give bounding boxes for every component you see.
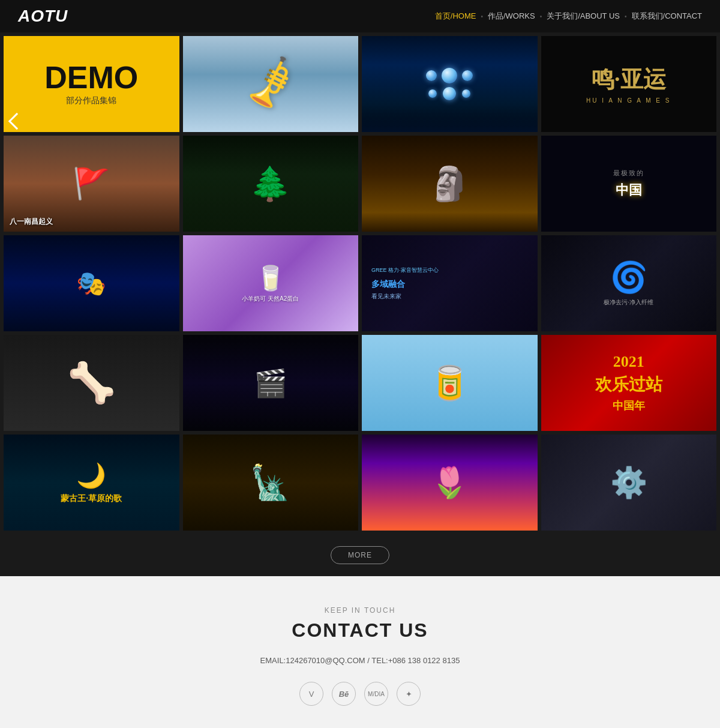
grid-item-15[interactable]: 🥫 <box>362 335 538 431</box>
grid-item-8[interactable]: 最极致的 中国 <box>541 136 717 232</box>
washer-icon: 🌀 <box>610 260 647 295</box>
sphere-sm2-icon <box>462 89 470 98</box>
bronze-icon: 🗽 <box>250 463 291 502</box>
demo-title: DEMO <box>44 62 138 93</box>
dark-stage-icon: 🎬 <box>254 367 287 399</box>
vimeo-label: V <box>309 690 314 699</box>
grid-item-13[interactable]: 🦴 <box>4 335 179 431</box>
grid-item-10[interactable]: 🥛 小羊奶可 天然A2蛋白 <box>183 235 359 331</box>
contact-title: CONTACT US <box>12 619 708 642</box>
grid-item-3[interactable] <box>362 36 538 132</box>
washer-label: 极净去污·净入纤维 <box>604 298 653 307</box>
demo-subtitle: 部分作品集锦 <box>44 95 138 106</box>
social-icons-row: V Bē M/DIA ✦ <box>12 682 708 706</box>
sphere-icon <box>462 70 473 81</box>
grid-item-14[interactable]: 🎬 <box>183 335 359 431</box>
grid-item-12[interactable]: 🌀 极净去污·净入纤维 <box>541 235 717 331</box>
gree-sub: 看见未来家 <box>371 292 401 301</box>
cny-label: 欢乐过站 <box>595 373 662 396</box>
grid-item-16[interactable]: 2021 欢乐过站 中国年 <box>541 335 717 431</box>
grid-item-7[interactable]: 🗿 <box>362 136 538 232</box>
figure-icon: 🗿 <box>429 164 470 203</box>
grid-item-5-label: 八一南昌起义 <box>10 217 53 227</box>
grid-item-4[interactable]: 鸣·亚运 HU I A N G A M E S <box>541 36 717 132</box>
milk-tin-icon: 🥫 <box>429 364 470 403</box>
contact-section: KEEP IN TOUCH CONTACT US EMAIL:124267010… <box>0 576 720 728</box>
gree-brand: GREE 格力·家音智慧云中心 <box>371 266 439 274</box>
soldiers-icon: 🚩 <box>73 166 110 201</box>
media-label: M/DIA <box>368 691 385 697</box>
grid-item-9[interactable]: 🎭 <box>4 235 179 331</box>
site-logo: AOTU <box>18 7 68 26</box>
main-nav: 首页/HOME • 作品/WORKS • 关于我们/ABOUT US • 联系我… <box>435 11 702 22</box>
cny-year: 2021 <box>613 353 644 371</box>
more-button[interactable]: MORE <box>331 546 389 564</box>
keep-in-touch-label: KEEP IN TOUCH <box>12 606 708 615</box>
gree-main: 多域融合 <box>371 279 405 290</box>
behance-label: Bē <box>339 690 349 699</box>
milk-label: 小羊奶可 天然A2蛋白 <box>242 295 299 303</box>
other-label: ✦ <box>406 690 412 699</box>
sphere-large-icon <box>442 68 457 83</box>
grid-item-6[interactable]: 🌲 <box>183 136 359 232</box>
skeleton-icon: 🦴 <box>67 360 116 406</box>
grid-item-5[interactable]: 🚩 八一南昌起义 <box>4 136 179 232</box>
stage-icon: 🎭 <box>76 269 106 298</box>
nav-works[interactable]: 作品/WORKS <box>488 11 535 22</box>
mech-icon: ⚙️ <box>610 465 647 500</box>
grid-item-8-label: 中国 <box>616 181 642 199</box>
grid-item-20[interactable]: ⚙️ <box>541 435 717 531</box>
grid-item-17[interactable]: 🌙 蒙古王·草原的歌 <box>4 435 179 531</box>
grid-item-1[interactable]: DEMO 部分作品集锦 <box>4 36 179 132</box>
works-grid: DEMO 部分作品集锦 🎺 <box>0 32 720 534</box>
arrow-icon <box>8 113 25 130</box>
grid-item-18[interactable]: 🗽 <box>183 435 359 531</box>
nav-dot-2: • <box>540 13 542 20</box>
sphere-sm-icon <box>428 89 437 98</box>
nav-dot-1: • <box>481 13 483 20</box>
more-section: MORE <box>0 534 720 576</box>
grid-item-11[interactable]: GREE 格力·家音智慧云中心 多域融合 看见未来家 <box>362 235 538 331</box>
vimeo-icon[interactable]: V <box>299 682 323 706</box>
grid-item-8-pre: 最极致的 <box>613 169 644 178</box>
other-icon[interactable]: ✦ <box>397 682 421 706</box>
mongolia-label: 蒙古王·草原的歌 <box>61 493 122 504</box>
flowers-icon: 🌷 <box>431 465 468 500</box>
asian-games-title-en: HU I A N G A M E S <box>586 97 671 104</box>
behance-icon[interactable]: Bē <box>332 682 356 706</box>
forest-icon: 🌲 <box>250 164 291 203</box>
sphere-icon <box>426 70 437 81</box>
nav-about[interactable]: 关于我们/ABOUT US <box>547 11 620 22</box>
media-icon[interactable]: M/DIA <box>364 682 388 706</box>
sphere-med-icon <box>443 87 456 100</box>
nav-contact[interactable]: 联系我们/CONTACT <box>632 11 702 22</box>
contact-info: EMAIL:124267010@QQ.COM / TEL:+086 138 01… <box>12 656 708 665</box>
cny-sub: 中国年 <box>613 399 645 413</box>
asian-games-title-cn: 鸣·亚运 <box>592 64 666 95</box>
grid-item-19[interactable]: 🌷 <box>362 435 538 531</box>
mongolia-icon: 🌙 <box>76 462 106 490</box>
nav-dot-3: • <box>625 13 627 20</box>
site-header: AOTU 首页/HOME • 作品/WORKS • 关于我们/ABOUT US … <box>0 0 720 32</box>
gradient-overlay <box>362 108 538 132</box>
milk-icon: 🥛 <box>256 264 286 292</box>
grid-item-2[interactable]: 🎺 <box>183 36 359 132</box>
nav-home[interactable]: 首页/HOME <box>435 11 476 22</box>
trumpet-icon: 🎺 <box>238 52 304 116</box>
